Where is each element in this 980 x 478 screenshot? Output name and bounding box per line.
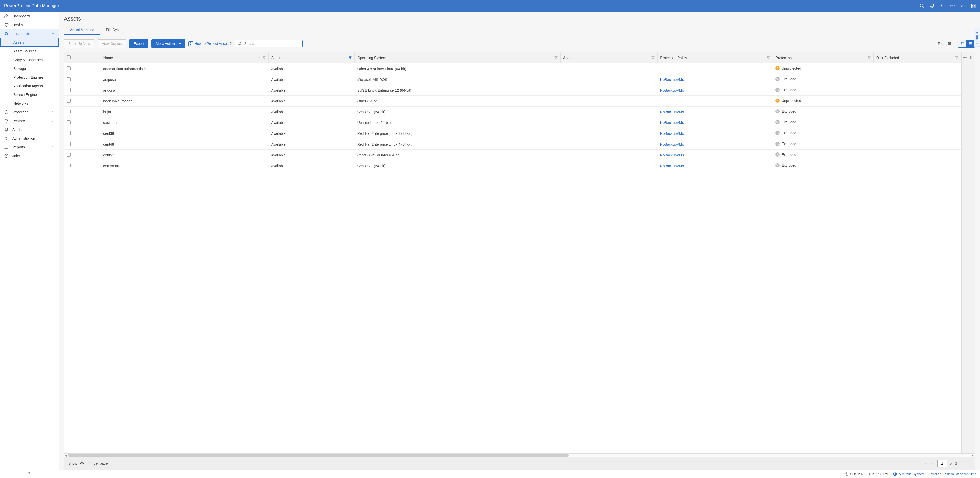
table-row[interactable]: bajorAvailableCentOS 7 (64-bit)NoBackupV…	[64, 107, 961, 117]
sidebar-item-reports[interactable]: Reports	[0, 143, 59, 151]
cell-apps	[560, 161, 657, 171]
sidebar-subitem-search-engine[interactable]: Search Engine	[0, 90, 59, 99]
policy-link[interactable]: NoBackupVMs	[660, 142, 684, 146]
scroll-left-icon[interactable]: ◀	[64, 454, 68, 457]
select-all-checkbox[interactable]	[67, 56, 71, 59]
user-icon[interactable]	[961, 3, 966, 8]
filter-icon[interactable]	[262, 56, 266, 59]
view-grouped-button[interactable]	[958, 40, 966, 48]
timezone-link[interactable]: Australia/Sydney - Australian Eastern St…	[893, 472, 977, 476]
table-row[interactable]: backupNoumenonAvailableOther (64-bit)Unp…	[64, 96, 961, 107]
sort-icon[interactable]	[257, 56, 261, 59]
policy-link[interactable]: NoBackupVMs	[660, 131, 684, 135]
timezone-label: Australia/Sydney - Australian Eastern St…	[899, 472, 977, 476]
sidebar-subitem-storage[interactable]: Storage	[0, 64, 59, 73]
search-input-wrapper[interactable]	[235, 40, 302, 47]
first-page-button[interactable]: «	[924, 461, 928, 465]
back-up-now-button[interactable]: Back Up Now	[64, 39, 94, 48]
column-header-policy[interactable]: Protection Policy	[658, 53, 773, 64]
sidebar-collapse-button[interactable]	[0, 468, 59, 478]
row-checkbox[interactable]	[67, 88, 71, 92]
cell-name: adipose	[100, 74, 269, 85]
row-checkbox[interactable]	[67, 142, 71, 146]
gear-icon[interactable]	[940, 3, 945, 8]
svg-point-15	[7, 137, 8, 139]
policy-link[interactable]: NoBackupVMs	[660, 164, 684, 168]
row-checkbox[interactable]	[67, 67, 71, 70]
search-input[interactable]	[244, 41, 300, 46]
sidebar-subitem-application-agents[interactable]: Application Agents	[0, 82, 59, 90]
column-header-check[interactable]	[64, 53, 100, 64]
sidebar-subitem-asset-sources[interactable]: Asset Sources	[0, 47, 59, 56]
sidebar-item-health[interactable]: Health	[0, 21, 59, 29]
scroll-right-icon[interactable]: ▶	[971, 454, 975, 457]
feedback-tab[interactable]: Feedback	[974, 28, 980, 47]
column-settings-button[interactable]	[961, 53, 968, 453]
table-row[interactable]: coruscantAvailableCentOS 7 (64-bit)NoBac…	[64, 161, 961, 171]
filter-icon[interactable]	[651, 56, 655, 59]
policy-link[interactable]: NoBackupVMs	[660, 78, 684, 82]
table-row[interactable]: adamantium.turbamentis.intAvailableOther…	[64, 64, 961, 74]
row-checkbox[interactable]	[67, 131, 71, 135]
row-checkbox[interactable]	[67, 99, 71, 103]
table-row[interactable]: cent511AvailableCentOS 4/5 or later (64-…	[64, 150, 961, 161]
filter-icon[interactable]	[554, 56, 558, 59]
column-header-name[interactable]: Name	[100, 53, 269, 64]
row-checkbox[interactable]	[67, 153, 71, 156]
sidebar-subitem-protection-engines[interactable]: Protection Engines	[0, 73, 59, 82]
sidebar-item-alerts[interactable]: Alerts	[0, 125, 59, 134]
last-page-button[interactable]: »	[966, 461, 970, 465]
tab-file-system[interactable]: File System	[100, 25, 130, 35]
view-copies-button[interactable]: View Copies	[97, 39, 126, 48]
filter-icon[interactable]	[767, 56, 770, 59]
table-row[interactable]: castianaAvailableUbuntu Linux (64-bit)No…	[64, 117, 961, 128]
sidebar-item-label: Protection	[12, 110, 48, 114]
horizontal-scrollbar[interactable]: ◀ ▶	[64, 454, 975, 457]
table-expand-button[interactable]	[968, 53, 975, 453]
sidebar-item-jobs[interactable]: Jobs	[0, 151, 59, 160]
row-checkbox[interactable]	[67, 120, 71, 124]
tab-virtual-machine[interactable]: Virtual Machine	[64, 25, 100, 35]
row-checkbox[interactable]	[67, 77, 71, 81]
prev-page-button[interactable]: ‹	[931, 461, 935, 465]
current-page-input[interactable]	[937, 460, 947, 467]
column-header-os[interactable]: Operating System	[355, 53, 561, 64]
filter-icon[interactable]	[955, 56, 958, 59]
table-row[interactable]: cent48AvailableRed Hat Enterprise Linux …	[64, 139, 961, 150]
policy-link[interactable]: NoBackupVMs	[660, 110, 684, 114]
chevron-icon	[51, 111, 54, 114]
table-row[interactable]: cent38AvailableRed Hat Enterprise Linux …	[64, 128, 961, 139]
table-row[interactable]: adiposeAvailableMicrosoft MS-DOSNoBackup…	[64, 74, 961, 85]
row-checkbox[interactable]	[67, 110, 71, 113]
sidebar-item-administration[interactable]: Administration	[0, 134, 59, 143]
export-button[interactable]: Export	[129, 39, 148, 48]
next-page-button[interactable]: ›	[960, 461, 964, 465]
scroll-thumb[interactable]	[68, 454, 568, 457]
more-actions-button[interactable]: More Actions ▾	[151, 39, 185, 48]
row-checkbox[interactable]	[67, 164, 71, 167]
sidebar-subitem-copy-management[interactable]: Copy Management	[0, 56, 59, 64]
filter-icon[interactable]	[348, 56, 352, 59]
sidebar-item-dashboard[interactable]: Dashboard	[0, 12, 59, 21]
filter-icon[interactable]	[867, 56, 871, 59]
page-size-select[interactable]: 25	[80, 461, 90, 466]
policy-link[interactable]: NoBackupVMs	[660, 153, 684, 157]
column-header-protection[interactable]: Protection	[773, 53, 873, 64]
policy-link[interactable]: NoBackupVMs	[660, 88, 684, 92]
view-list-button[interactable]	[966, 40, 975, 48]
sidebar-item-infrastructure[interactable]: Infrastructure	[0, 29, 59, 38]
bell-icon[interactable]	[930, 3, 935, 8]
column-header-apps[interactable]: Apps	[560, 53, 657, 64]
column-header-disk[interactable]: Disk Excluded	[873, 53, 961, 64]
table-row[interactable]: andoriaAvailableSUSE Linux Enterprise 12…	[64, 85, 961, 96]
how-to-protect-link[interactable]: ? How to Protect Assets?	[188, 41, 232, 46]
sidebar-item-protection[interactable]: Protection	[0, 108, 59, 116]
sidebar-item-restore[interactable]: Restore	[0, 116, 59, 125]
sidebar-subitem-assets[interactable]: Assets	[0, 38, 59, 47]
sidebar-subitem-networks[interactable]: Networks	[0, 99, 59, 108]
column-header-status[interactable]: Status	[269, 53, 355, 64]
help-icon[interactable]	[950, 3, 955, 8]
apps-icon[interactable]	[971, 3, 976, 8]
policy-link[interactable]: NoBackupVMs	[660, 121, 684, 125]
search-icon[interactable]	[920, 3, 924, 8]
